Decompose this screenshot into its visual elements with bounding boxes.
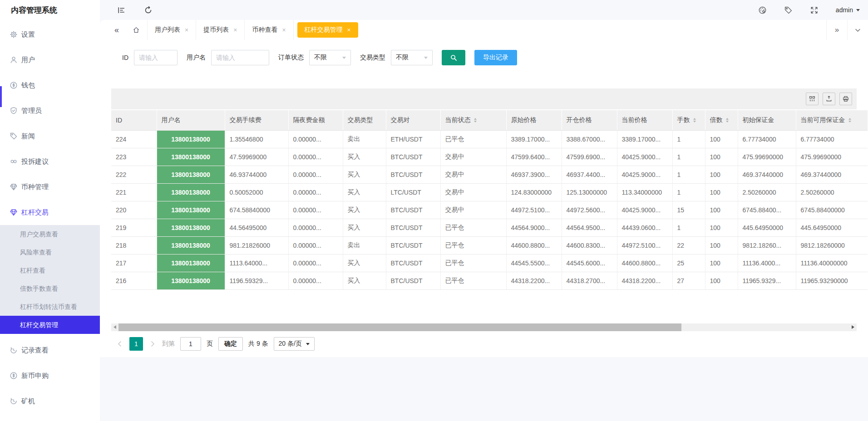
tab-leverage-manage[interactable]: 杠杆交易管理 × bbox=[297, 22, 358, 38]
page-size-select[interactable]: 20 条/页 bbox=[274, 337, 315, 351]
sidebar-item-miner[interactable]: 矿机 bbox=[0, 388, 100, 414]
user-menu[interactable]: admin bbox=[836, 6, 860, 14]
print-button[interactable] bbox=[839, 93, 852, 105]
cell-original-price: 46937.3900... bbox=[506, 166, 562, 183]
tab-label: 提币列表 bbox=[203, 26, 229, 34]
username-badge: 13800138000 bbox=[157, 237, 225, 254]
table-row: 217 13800138000 1113.64000... 0.00000...… bbox=[111, 254, 868, 272]
tab-label: 杠杆交易管理 bbox=[305, 26, 343, 34]
submenu-item-leverage-manage[interactable]: 杠杆交易管理 bbox=[0, 316, 100, 334]
cell-overnight-fee: 0.00000... bbox=[288, 219, 343, 236]
cell-status: 交易中 bbox=[440, 166, 506, 183]
sidebar-item-coin-manage[interactable]: 币种管理 bbox=[0, 174, 100, 200]
scroll-right-arrow-icon[interactable] bbox=[852, 325, 854, 329]
close-icon[interactable]: × bbox=[347, 27, 351, 33]
scroll-left-arrow-icon[interactable] bbox=[113, 325, 116, 329]
confirm-page-button[interactable]: 确定 bbox=[218, 337, 243, 351]
sidebar-bottom-group: 记录查看 新币申购 矿机 bbox=[0, 334, 100, 414]
cell-multiple: 100 bbox=[705, 236, 738, 254]
col-open-price: 开仓价格 bbox=[562, 110, 617, 130]
collapse-menu-icon[interactable] bbox=[117, 6, 126, 15]
sidebar-item-new-coin[interactable]: 新币申购 bbox=[0, 363, 100, 388]
refresh-icon[interactable] bbox=[144, 6, 153, 15]
search-button[interactable] bbox=[442, 50, 465, 65]
sort-icon[interactable] bbox=[474, 118, 477, 122]
cell-open-price: 44972.5600... bbox=[562, 201, 617, 219]
cell-initial-margin: 6745.88400... bbox=[738, 201, 796, 219]
current-page-button[interactable]: 1 bbox=[129, 337, 143, 351]
col-lots[interactable]: 手数 bbox=[672, 110, 705, 130]
cell-pair: BTC/USDT bbox=[386, 219, 440, 236]
page-unit-label: 页 bbox=[207, 340, 213, 348]
trade-type-select[interactable]: 不限 bbox=[391, 50, 433, 65]
scrollbar-thumb[interactable] bbox=[118, 323, 681, 331]
username-badge: 13800138000 bbox=[157, 131, 225, 148]
horizontal-scrollbar[interactable] bbox=[111, 323, 857, 331]
cell-current-price: 44600.8800... bbox=[617, 254, 672, 272]
cell-username: 13800138000 bbox=[157, 201, 225, 219]
prev-page-icon[interactable] bbox=[116, 340, 124, 348]
cell-overnight-fee: 0.00000... bbox=[288, 130, 343, 148]
submenu-item-risk-rate[interactable]: 风险率查看 bbox=[0, 243, 100, 261]
tabs-scroll-left-icon[interactable]: « bbox=[114, 25, 119, 35]
sidebar-item-admins[interactable]: 管理员 bbox=[0, 98, 100, 123]
tab-user-list[interactable]: 用户列表 × bbox=[148, 20, 196, 40]
cell-trade-type: 买入 bbox=[343, 148, 386, 166]
cell-fee: 981.21826000 bbox=[225, 236, 288, 254]
close-icon[interactable]: × bbox=[282, 27, 286, 33]
submenu-item-multiple-lots[interactable]: 倍数手数查看 bbox=[0, 279, 100, 298]
col-available-margin[interactable]: 当前可用保证金 bbox=[796, 110, 868, 130]
next-page-icon[interactable] bbox=[148, 340, 157, 348]
sidebar-item-records[interactable]: 记录查看 bbox=[0, 338, 100, 363]
cell-available-margin: 2.50260000 bbox=[796, 183, 868, 201]
data-table: ID 用户名 交易手续费 隔夜费金额 交易类型 交易对 当前状态 原始价格 开仓… bbox=[111, 110, 868, 290]
submenu-item-user-trades[interactable]: 用户交易查看 bbox=[0, 225, 100, 243]
close-icon[interactable]: × bbox=[185, 27, 188, 33]
cell-pair: BTC/USDT bbox=[386, 254, 440, 272]
col-username: 用户名 bbox=[157, 110, 225, 130]
export-table-button[interactable] bbox=[823, 93, 835, 105]
columns-icon bbox=[809, 95, 816, 103]
tabs-menu-icon[interactable] bbox=[847, 20, 868, 40]
cell-open-price: 44564.9500... bbox=[562, 219, 617, 236]
col-multiple[interactable]: 倍数 bbox=[705, 110, 738, 130]
table-row: 223 13800138000 47.59969000 0.00000... 买… bbox=[111, 148, 868, 166]
topbar-right: admin bbox=[758, 6, 860, 15]
tag-icon[interactable] bbox=[784, 6, 793, 15]
tabs-scroll-right-icon[interactable]: » bbox=[826, 20, 847, 40]
gem-icon bbox=[10, 183, 18, 191]
sidebar-item-news[interactable]: 新闻 bbox=[0, 123, 100, 149]
sort-icon[interactable] bbox=[726, 118, 729, 122]
sidebar-item-users[interactable]: 用户 bbox=[0, 47, 100, 73]
tab-withdraw-list[interactable]: 提币列表 × bbox=[196, 20, 245, 40]
order-status-select[interactable]: 不限 bbox=[309, 50, 351, 65]
username-input[interactable] bbox=[211, 50, 269, 65]
submenu-item-leverage-view[interactable]: 杠杆查看 bbox=[0, 261, 100, 279]
sidebar-item-leverage[interactable]: 杠杆交易 bbox=[0, 200, 100, 225]
sidebar-item-suggestions[interactable]: 投拆建议 bbox=[0, 149, 100, 174]
home-tab[interactable] bbox=[125, 20, 148, 40]
submenu-item-transfer-view[interactable]: 杠杆币划转法币查看 bbox=[0, 298, 100, 316]
col-status[interactable]: 当前状态 bbox=[440, 110, 506, 130]
sidebar-item-wallet[interactable]: 钱包 bbox=[0, 73, 100, 98]
table-body: 224 13800138000 1.35546800 0.00000... 卖出… bbox=[111, 130, 868, 289]
columns-filter-button[interactable] bbox=[806, 93, 819, 105]
sidebar-item-label: 管理员 bbox=[21, 107, 42, 115]
fullscreen-icon[interactable] bbox=[810, 6, 819, 15]
cell-pair: ETH/USDT bbox=[386, 130, 440, 148]
table-row: 216 13800138000 1196.59329... 0.00000...… bbox=[111, 272, 868, 289]
sidebar-scrollbar-thumb[interactable] bbox=[0, 86, 2, 107]
sidebar-item-settings[interactable]: 设置 bbox=[0, 22, 100, 47]
sidebar-item-label: 钱包 bbox=[21, 81, 35, 90]
close-icon[interactable]: × bbox=[233, 27, 237, 33]
sort-icon[interactable] bbox=[693, 118, 696, 122]
theme-palette-icon[interactable] bbox=[758, 6, 767, 15]
cell-original-price: 3389.17000... bbox=[506, 130, 562, 148]
sort-icon[interactable] bbox=[848, 118, 851, 122]
tab-coin-view[interactable]: 币种查看 × bbox=[245, 20, 293, 40]
goto-page-input[interactable] bbox=[180, 337, 201, 351]
export-records-button[interactable]: 导出记录 bbox=[474, 50, 517, 65]
id-input[interactable] bbox=[134, 50, 178, 65]
cell-fee: 674.58840000 bbox=[225, 201, 288, 219]
bottom-background bbox=[100, 357, 868, 421]
